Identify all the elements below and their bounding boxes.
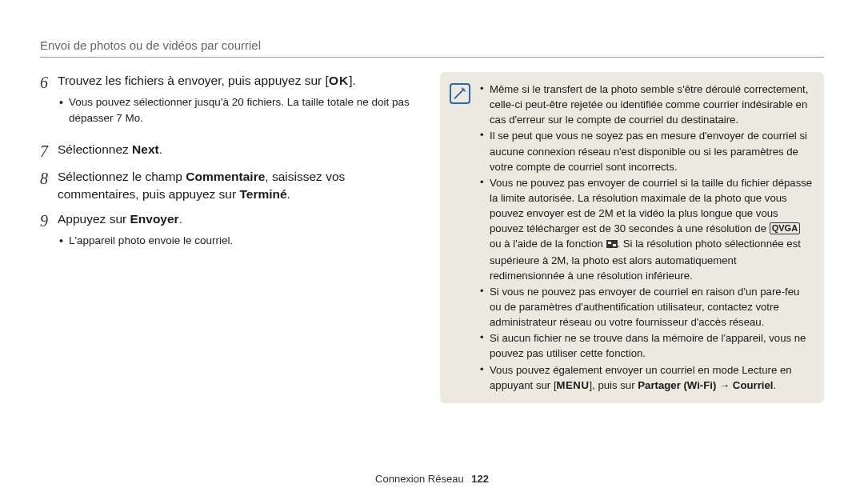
- bold: Next: [132, 142, 159, 156]
- step-body: Appuyez sur Envoyer. L'appareil photo en…: [58, 210, 416, 257]
- step-text: Sélectionnez le champ Commentaire, saisi…: [58, 168, 416, 204]
- text: .: [159, 142, 162, 156]
- text: ], puis sur: [589, 379, 638, 391]
- qvga-tag: QVGA: [770, 222, 800, 234]
- step-8: 8 Sélectionnez le champ Commentaire, sai…: [40, 168, 416, 204]
- step-text: Appuyez sur Envoyer.: [58, 210, 416, 228]
- step-7: 7 Sélectionnez Next.: [40, 141, 416, 162]
- text: Trouvez les fichiers à envoyer, puis app…: [58, 74, 329, 87]
- page-title: Envoi de photos ou de vidéos par courrie…: [40, 38, 824, 52]
- step-text: Sélectionnez Next.: [58, 141, 416, 158]
- page-number: 122: [471, 473, 489, 485]
- text: Sélectionnez: [58, 142, 132, 156]
- text: ou à l'aide de la fonction: [490, 238, 606, 250]
- step-body: Trouvez les fichiers à envoyer, puis app…: [58, 72, 416, 134]
- content-columns: 6 Trouvez les fichiers à envoyer, puis a…: [40, 72, 824, 403]
- info-item: Même si le transfert de la photo semble …: [478, 82, 813, 127]
- text: .: [773, 379, 776, 391]
- step-6: 6 Trouvez les fichiers à envoyer, puis a…: [40, 72, 416, 134]
- bold: Commentaire: [186, 170, 265, 183]
- bold: Courriel: [733, 379, 774, 391]
- info-box: Même si le transfert de la photo semble …: [440, 72, 824, 403]
- ok-key: OK: [329, 74, 349, 87]
- step-number: 7: [40, 141, 58, 162]
- bold: Terminé: [239, 187, 286, 201]
- svg-line-0: [456, 90, 464, 98]
- footer-section: Connexion Réseau: [375, 473, 464, 485]
- step-number: 9: [40, 210, 58, 231]
- step-sublist: L'appareil photo envoie le courriel.: [58, 233, 416, 249]
- text: ].: [349, 74, 356, 87]
- info-item: Il se peut que vous ne soyez pas en mesu…: [478, 128, 813, 174]
- record-mode-icon: [606, 237, 618, 252]
- info-item: Si aucun fichier ne se trouve dans la mé…: [478, 330, 813, 361]
- step-9: 9 Appuyez sur Envoyer. L'appareil photo …: [40, 210, 416, 257]
- info-item: Si vous ne pouvez pas envoyer de courrie…: [478, 284, 813, 330]
- text: Sélectionnez le champ: [58, 170, 186, 183]
- step-number: 8: [40, 168, 58, 189]
- info-item: Vous pouvez également envoyer un courrie…: [478, 362, 813, 393]
- step-text: Trouvez les fichiers à envoyer, puis app…: [58, 72, 416, 90]
- text: Appuyez sur: [58, 212, 130, 226]
- svg-rect-3: [613, 244, 616, 246]
- bold: Envoyer: [130, 212, 178, 226]
- page-footer: Connexion Réseau 122: [0, 473, 864, 485]
- text: Vous ne pouvez pas envoyer de courriel s…: [490, 177, 812, 234]
- info-column: Même si le transfert de la photo semble …: [440, 72, 824, 403]
- step-body: Sélectionnez Next.: [58, 141, 416, 158]
- step-number: 6: [40, 72, 58, 93]
- header-rule: [40, 57, 824, 58]
- info-item: Vous ne pouvez pas envoyer de courriel s…: [478, 175, 813, 283]
- step-body: Sélectionnez le champ Commentaire, saisi…: [58, 168, 416, 204]
- note-icon: [450, 83, 470, 104]
- sub-item: L'appareil photo envoie le courriel.: [58, 233, 416, 249]
- menu-key: MENU: [557, 379, 590, 391]
- svg-rect-2: [608, 242, 611, 244]
- sub-item: Vous pouvez sélectionner jusqu'à 20 fich…: [58, 94, 416, 126]
- step-sublist: Vous pouvez sélectionner jusqu'à 20 fich…: [58, 94, 416, 126]
- text: .: [287, 187, 290, 201]
- bold: Partager (Wi-Fi): [638, 379, 716, 391]
- text: .: [179, 212, 182, 226]
- manual-page: Envoi de photos ou de vidéos par courrie…: [0, 0, 864, 504]
- steps-column: 6 Trouvez les fichiers à envoyer, puis a…: [40, 72, 416, 403]
- arrow: →: [716, 379, 733, 391]
- info-list: Même si le transfert de la photo semble …: [478, 82, 813, 394]
